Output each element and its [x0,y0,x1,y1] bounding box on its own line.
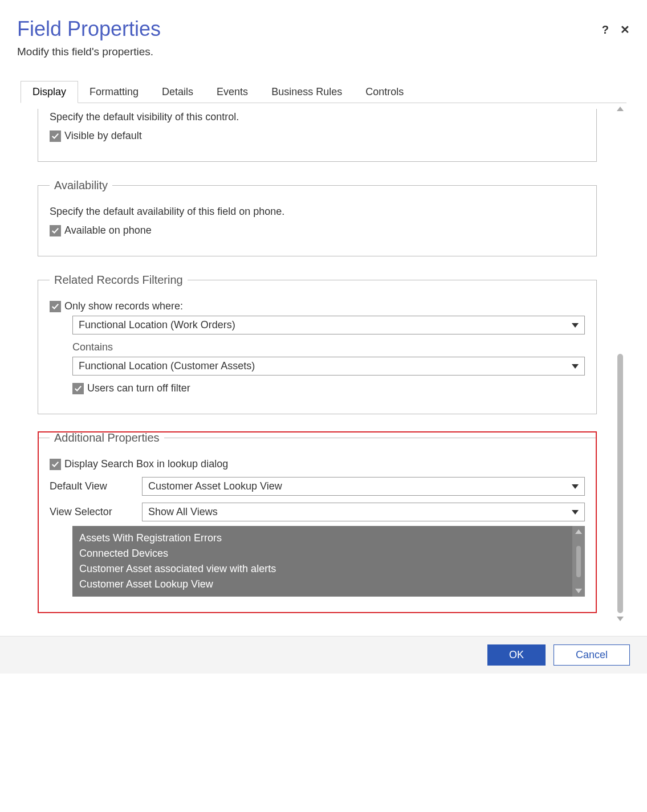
cancel-button[interactable]: Cancel [554,644,630,666]
view-selector-select[interactable]: Show All Views [142,503,585,521]
list-item[interactable]: Customer Asset Lookup View [79,577,565,592]
only-show-records-label: Only show records where: [64,300,183,312]
views-listbox[interactable]: Assets With Registration ErrorsConnected… [72,526,585,597]
filter-select-1-value: Functional Location (Work Orders) [79,319,235,331]
tab-business-rules[interactable]: Business Rules [259,81,354,103]
default-view-select[interactable]: Customer Asset Lookup View [142,477,585,496]
display-search-box-label: Display Search Box in lookup dialog [64,458,228,470]
scroll-up-icon[interactable] [575,529,582,534]
chevron-down-icon [572,364,579,369]
filter-select-2-value: Functional Location (Customer Assets) [79,360,255,372]
contains-label: Contains [72,341,585,353]
tab-formatting[interactable]: Formatting [78,81,150,103]
tab-events[interactable]: Events [205,81,260,103]
list-item[interactable]: Assets With Registration Errors [79,531,565,546]
dialog-subtitle: Modify this field's properties. [17,46,161,58]
filter-select-2[interactable]: Functional Location (Customer Assets) [72,357,585,376]
filtering-legend: Related Records Filtering [50,274,188,287]
view-selector-value: Show All Views [148,506,218,518]
list-item[interactable]: Connected Devices [79,546,565,561]
visible-by-default-label: Visible by default [64,130,142,142]
view-selector-label: View Selector [50,506,135,518]
help-icon[interactable]: ? [602,23,609,36]
tab-strip: DisplayFormattingDetailsEventsBusiness R… [21,81,626,103]
listbox-scrollbar[interactable] [572,526,585,597]
filter-select-1[interactable]: Functional Location (Work Orders) [72,316,585,334]
ok-button[interactable]: OK [487,644,546,666]
additional-legend: Additional Properties [50,431,164,444]
close-icon[interactable]: ✕ [620,23,630,36]
dialog-footer: OK Cancel [0,636,647,674]
tab-controls[interactable]: Controls [353,81,416,103]
availability-desc: Specify the default availability of this… [50,206,585,218]
only-show-records-checkbox[interactable] [50,301,61,312]
scroll-down-icon[interactable] [575,589,582,593]
users-turn-off-filter-label: Users can turn off filter [87,382,190,394]
availability-legend: Availability [50,179,112,192]
visible-by-default-checkbox[interactable] [50,130,61,142]
list-item[interactable]: Customer Asset associated view with aler… [79,561,565,577]
additional-properties-section: Additional Properties Display Search Box… [38,431,597,613]
default-view-label: Default View [50,480,135,492]
available-on-phone-checkbox[interactable] [50,225,61,236]
scroll-thumb[interactable] [576,546,581,577]
available-on-phone-label: Available on phone [64,225,152,236]
tab-display[interactable]: Display [21,81,78,103]
related-records-filtering-section: Related Records Filtering Only show reco… [38,274,597,414]
chevron-down-icon [572,484,579,489]
default-view-value: Customer Asset Lookup View [148,480,282,492]
chevron-down-icon [572,510,579,515]
dialog-title: Field Properties [17,17,161,41]
visibility-section: Specify the default visibility of this c… [38,109,597,162]
display-search-box-checkbox[interactable] [50,459,61,470]
availability-section: Availability Specify the default availab… [38,179,597,256]
visibility-desc: Specify the default visibility of this c… [50,111,585,123]
scroll-thumb[interactable] [617,354,623,613]
panel-scrollbar[interactable] [614,103,626,625]
tab-details[interactable]: Details [150,81,205,103]
scroll-down-icon[interactable] [617,617,624,621]
chevron-down-icon [572,323,579,328]
scroll-up-icon[interactable] [617,107,624,111]
users-turn-off-filter-checkbox[interactable] [72,383,84,394]
